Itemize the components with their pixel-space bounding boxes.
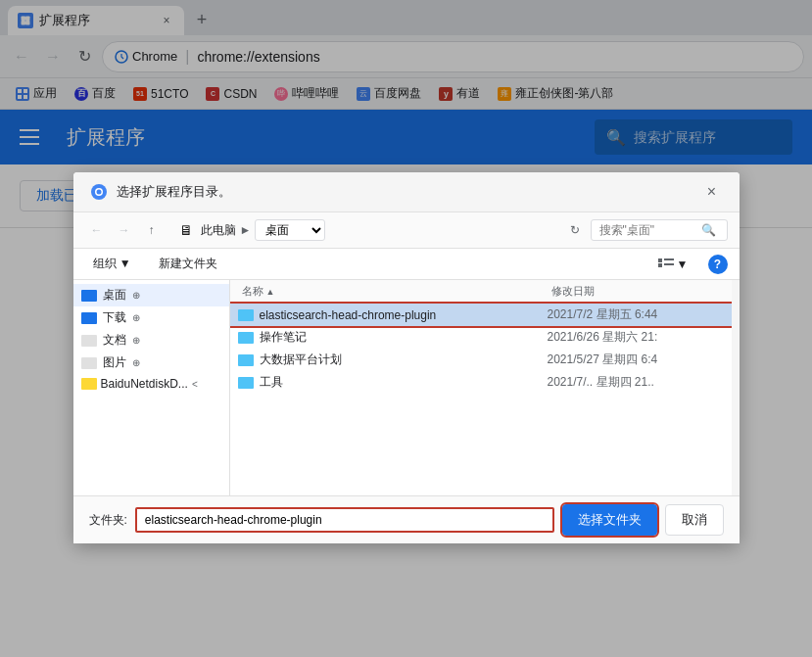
elasticsearch-name: elasticsearch-head-chrome-plugin — [260, 308, 548, 322]
sidebar-desktop-label: 桌面 — [103, 287, 126, 304]
notes-date: 2021/6/26 星期六 21: — [548, 329, 724, 346]
download-folder-icon — [81, 312, 97, 324]
dialog-title-text: 选择扩展程序目录。 — [117, 183, 231, 201]
dialog-up-button[interactable]: ↑ — [140, 218, 164, 242]
svg-rect-15 — [664, 263, 674, 265]
svg-rect-13 — [664, 258, 674, 260]
sidebar-item-document[interactable]: 文档 ⊕ — [73, 329, 229, 352]
picture-pin-icon: ⊕ — [132, 357, 140, 368]
dialog-content: 桌面 ⊕ 下载 ⊕ 文档 ⊕ 图片 ⊕ — [73, 280, 740, 495]
notes-name: 操作笔记 — [260, 329, 548, 346]
document-folder-icon — [81, 335, 97, 347]
view-icon — [658, 258, 674, 270]
new-folder-button[interactable]: 新建文件夹 — [151, 253, 225, 275]
dialog-back-button[interactable]: ← — [85, 218, 109, 242]
cancel-button[interactable]: 取消 — [665, 504, 724, 536]
bigdata-name: 大数据平台计划 — [260, 352, 548, 368]
sidebar-item-desktop[interactable]: 桌面 ⊕ — [73, 284, 229, 306]
dialog-toolbar: 组织 ▼ 新建文件夹 ▼ ? — [73, 249, 740, 280]
dialog-close-button[interactable]: × — [700, 180, 724, 204]
chrome-icon — [89, 182, 109, 202]
notes-folder-icon — [238, 332, 254, 344]
elasticsearch-date: 2021/7/2 星期五 6:44 — [548, 306, 724, 323]
dialog-action-buttons: 选择文件夹 取消 — [562, 504, 724, 536]
download-pin-icon: ⊕ — [132, 312, 140, 323]
dialog-overlay: 选择扩展程序目录。 × ← → ↑ 🖥 此电脑 ► 桌面 ↻ 🔍 — [0, 0, 812, 657]
bigdata-folder-icon — [238, 354, 254, 366]
dialog-nav: ← → ↑ 🖥 此电脑 ► 桌面 ↻ 🔍 — [73, 212, 740, 249]
tools-folder-icon — [238, 377, 254, 389]
file-list: 名称 ▲ 修改日期 elasticsearch-head-chrome-plug… — [230, 280, 732, 495]
view-options-button[interactable]: ▼ — [650, 255, 696, 274]
baidudisk-arrow: < — [192, 379, 198, 390]
select-folder-button[interactable]: 选择文件夹 — [562, 504, 657, 536]
sidebar-item-baidudisk[interactable]: BaiduNetdiskD... < — [73, 374, 229, 394]
sidebar-item-picture[interactable]: 图片 ⊕ — [73, 352, 229, 374]
picture-folder-icon — [81, 357, 97, 369]
file-row-bigdata[interactable]: 大数据平台计划 2021/5/27 星期四 6:4 — [230, 349, 732, 371]
folder-label: 文件夹: — [89, 512, 127, 529]
tools-date: 2021/7/.. 星期四 21.. — [548, 374, 724, 391]
dialog-search-icon: 🔍 — [701, 223, 716, 237]
dialog-title-bar: 选择扩展程序目录。 × — [73, 172, 740, 212]
dialog-forward-button[interactable]: → — [113, 218, 136, 242]
breadcrumb-sep-1: ► — [240, 223, 252, 237]
help-button[interactable]: ? — [708, 255, 728, 274]
document-pin-icon: ⊕ — [132, 335, 140, 346]
file-row-notes[interactable]: 操作笔记 2021/6/26 星期六 21: — [230, 326, 732, 349]
baidudisk-folder-icon — [81, 378, 97, 390]
svg-rect-14 — [658, 263, 662, 267]
dialog-search-input[interactable] — [599, 223, 697, 237]
sidebar-document-label: 文档 — [103, 332, 126, 349]
column-date[interactable]: 修改日期 — [548, 282, 724, 301]
file-row-tools[interactable]: 工具 2021/7/.. 星期四 21.. — [230, 371, 732, 394]
organize-button[interactable]: 组织 ▼ — [85, 253, 139, 275]
desktop-folder-icon — [81, 290, 97, 302]
file-row-elasticsearch[interactable]: elasticsearch-head-chrome-plugin 2021/7/… — [230, 304, 732, 326]
svg-point-11 — [96, 190, 101, 195]
folder-input[interactable] — [135, 507, 554, 533]
tools-name: 工具 — [260, 374, 548, 391]
breadcrumb-path: 此电脑 ► 桌面 — [201, 219, 559, 241]
sidebar-baidudisk-label: BaiduNetdiskD... — [101, 377, 188, 391]
sidebar-item-download[interactable]: 下载 ⊕ — [73, 306, 229, 329]
desktop-pin-icon: ⊕ — [132, 290, 140, 301]
breadcrumb-folder-select[interactable]: 桌面 — [255, 219, 325, 241]
dialog-refresh-button[interactable]: ↻ — [563, 218, 587, 242]
bigdata-date: 2021/5/27 星期四 6:4 — [548, 352, 724, 368]
dialog-bottom: 文件夹: 选择文件夹 取消 — [73, 495, 740, 543]
file-dialog: 选择扩展程序目录。 × ← → ↑ 🖥 此电脑 ► 桌面 ↻ 🔍 — [73, 172, 740, 543]
breadcrumb-computer[interactable]: 此电脑 — [201, 222, 236, 239]
file-list-scrollbar[interactable] — [732, 280, 740, 495]
dialog-search-box: 🔍 — [591, 219, 728, 241]
elasticsearch-folder-icon — [238, 309, 254, 321]
file-list-header: 名称 ▲ 修改日期 — [230, 280, 732, 304]
sidebar-download-label: 下载 — [103, 309, 126, 326]
sidebar-picture-label: 图片 — [103, 354, 126, 371]
svg-rect-12 — [658, 258, 662, 262]
dialog-sidebar: 桌面 ⊕ 下载 ⊕ 文档 ⊕ 图片 ⊕ — [73, 280, 230, 495]
computer-icon: 🖥 — [179, 222, 193, 238]
column-name[interactable]: 名称 ▲ — [238, 282, 548, 301]
dialog-title: 选择扩展程序目录。 — [89, 182, 231, 202]
